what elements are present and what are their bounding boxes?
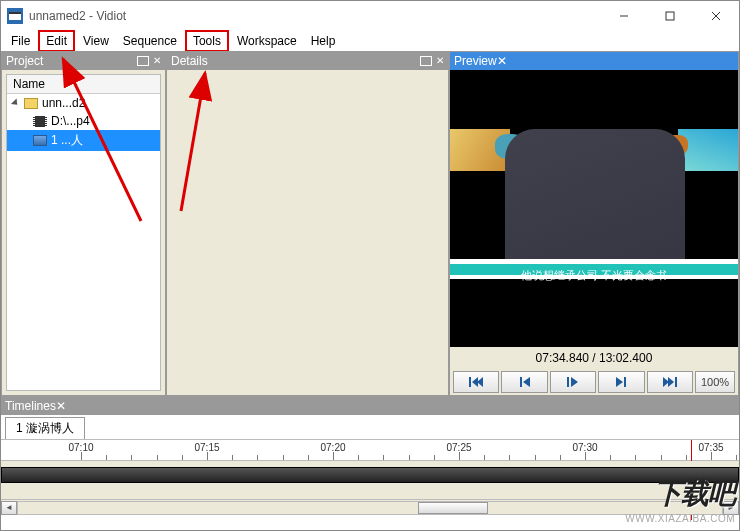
time-total: 13:02.400 (599, 351, 652, 365)
maximize-button[interactable] (647, 1, 693, 31)
window-title: unnamed2 - Vidiot (29, 9, 601, 23)
panel-close-icon[interactable]: ✕ (436, 56, 444, 66)
scroll-thumb[interactable] (418, 502, 488, 514)
svg-rect-10 (520, 377, 522, 387)
preview-panel-title: Preview (454, 54, 497, 68)
menu-bar: File Edit View Sequence Tools Workspace … (1, 31, 739, 51)
app-icon (7, 8, 23, 24)
project-tree[interactable]: Name unn...d2 D:\...p4 1 ...人 (6, 74, 161, 391)
menu-tools[interactable]: Tools (185, 30, 229, 52)
timeline-tab[interactable]: 1 漩涡博人 (5, 417, 85, 439)
svg-rect-18 (675, 377, 677, 387)
timelines-panel-title: Timelines (5, 399, 56, 413)
timeline-ruler[interactable]: 07:1007:1507:2007:2507:3007:35 (1, 439, 739, 461)
title-bar: unnamed2 - Vidiot (1, 1, 739, 31)
timelines-panel-header[interactable]: Timelines ✕ (1, 397, 739, 415)
caret-icon[interactable] (11, 98, 20, 107)
video-track[interactable] (1, 467, 739, 483)
tree-item-label: 1 ...人 (51, 132, 83, 149)
tree-root-label: unn...d2 (42, 96, 85, 110)
details-panel-header[interactable]: Details ✕ (167, 52, 448, 70)
svg-rect-2 (9, 12, 21, 14)
menu-help[interactable]: Help (305, 32, 342, 50)
time-current: 07:34.840 (536, 351, 589, 365)
panel-close-icon[interactable]: ✕ (497, 54, 507, 68)
minimize-button[interactable] (601, 1, 647, 31)
preview-timecode: 07:34.840 / 13:02.400 (450, 347, 738, 369)
sequence-icon (33, 135, 47, 146)
timeline-tracks[interactable] (1, 461, 739, 499)
svg-rect-7 (469, 377, 471, 387)
tree-item-sequence[interactable]: 1 ...人 (7, 130, 160, 151)
svg-marker-13 (571, 377, 578, 387)
folder-icon (24, 98, 38, 109)
details-panel: Details ✕ (166, 51, 449, 396)
close-button[interactable] (693, 1, 739, 31)
play-button[interactable] (550, 371, 596, 393)
details-body (167, 70, 448, 395)
panel-dock-icon[interactable] (420, 56, 432, 66)
project-panel-title: Project (6, 54, 43, 68)
menu-file[interactable]: File (5, 32, 36, 50)
svg-rect-12 (567, 377, 569, 387)
project-panel-header[interactable]: Project ✕ (2, 52, 165, 70)
menu-edit[interactable]: Edit (38, 30, 75, 52)
menu-view[interactable]: View (77, 32, 115, 50)
step-back-button[interactable] (501, 371, 547, 393)
panel-dock-icon[interactable] (137, 56, 149, 66)
svg-marker-17 (668, 377, 674, 387)
film-icon (33, 116, 47, 127)
preview-subtitle: 他说想继承公司 不光要会念书 (450, 268, 738, 283)
zoom-level[interactable]: 100% (695, 371, 735, 393)
timeline-hscroll[interactable]: ◄ ► (1, 499, 739, 515)
tree-item-clip[interactable]: D:\...p4 (7, 112, 160, 130)
tree-item-label: D:\...p4 (51, 114, 90, 128)
timelines-panel: Timelines ✕ 1 漩涡博人 07:1007:1507:2007:250… (1, 396, 739, 515)
tree-header-name[interactable]: Name (7, 75, 160, 94)
project-panel: Project ✕ Name unn...d2 D:\...p4 1 ...人 (1, 51, 166, 396)
scroll-right-button[interactable]: ► (723, 501, 739, 515)
svg-marker-14 (616, 377, 623, 387)
transport-bar: 100% (450, 369, 738, 395)
goto-end-button[interactable] (647, 371, 693, 393)
preview-video[interactable]: 他说想继承公司 不光要会念书 (450, 70, 738, 347)
tree-root[interactable]: unn...d2 (7, 94, 160, 112)
menu-workspace[interactable]: Workspace (231, 32, 303, 50)
panel-close-icon[interactable]: ✕ (153, 56, 161, 66)
svg-rect-4 (666, 12, 674, 20)
step-forward-button[interactable] (598, 371, 644, 393)
menu-sequence[interactable]: Sequence (117, 32, 183, 50)
details-panel-title: Details (171, 54, 208, 68)
goto-start-button[interactable] (453, 371, 499, 393)
svg-marker-11 (523, 377, 530, 387)
preview-panel-header[interactable]: Preview ✕ (450, 52, 738, 70)
svg-rect-15 (624, 377, 626, 387)
scroll-left-button[interactable]: ◄ (1, 501, 17, 515)
panel-close-icon[interactable]: ✕ (56, 399, 66, 413)
preview-panel: Preview ✕ 他说想继承公司 不光要会念书 07:34.840 / 13:… (449, 51, 739, 396)
